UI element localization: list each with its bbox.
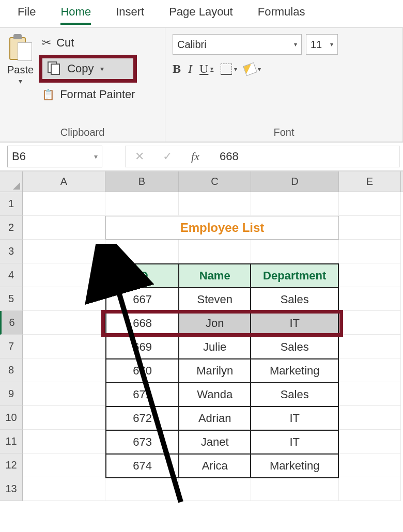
cell-E13[interactable]	[339, 477, 401, 501]
row-header-12[interactable]: 12	[0, 453, 23, 477]
formula-input[interactable]: 668	[209, 150, 399, 163]
cell-D1[interactable]	[251, 192, 339, 216]
table-row[interactable]: 668JonIT	[106, 311, 338, 335]
cell-name[interactable]: Adrian	[179, 406, 251, 430]
header-dept[interactable]: Department	[251, 264, 338, 288]
cell-dept[interactable]: Marketing	[251, 454, 338, 478]
bold-button[interactable]: B	[173, 62, 181, 76]
tab-insert[interactable]: Insert	[116, 5, 144, 23]
row-header-2[interactable]: 2	[0, 216, 23, 240]
cell-dept[interactable]: Sales	[251, 335, 338, 359]
cell-A2[interactable]	[23, 216, 105, 240]
cell-id[interactable]: 674	[106, 454, 179, 478]
table-row[interactable]: 667StevenSales	[106, 288, 338, 311]
row-header-7[interactable]: 7	[0, 335, 23, 358]
cell-E2[interactable]	[339, 216, 401, 240]
row-header-6[interactable]: 6	[0, 311, 23, 335]
cell-dept[interactable]: IT	[251, 406, 338, 430]
cell-A11[interactable]	[23, 430, 105, 453]
table-row[interactable]: 674AricaMarketing	[106, 454, 338, 478]
cell-A13[interactable]	[23, 477, 105, 501]
cell-E4[interactable]	[339, 263, 401, 287]
row-header-13[interactable]: 13	[0, 477, 23, 501]
cell-A1[interactable]	[23, 192, 105, 216]
cell-E6[interactable]	[339, 311, 401, 335]
format-painter-button[interactable]: 📋 Format Painter	[39, 86, 138, 103]
row-header-4[interactable]: 4	[0, 263, 23, 287]
select-all-corner[interactable]	[0, 171, 23, 192]
cell-E3[interactable]	[339, 240, 401, 263]
chevron-down-icon[interactable]: ▾	[19, 77, 22, 85]
cell-id[interactable]: 672	[106, 406, 179, 430]
row-header-8[interactable]: 8	[0, 358, 23, 382]
cell-A8[interactable]	[23, 358, 105, 382]
tab-file[interactable]: File	[18, 5, 36, 23]
row-header-3[interactable]: 3	[0, 240, 23, 263]
font-name-combo[interactable]: Calibri ▾	[173, 34, 302, 55]
cell-dept[interactable]: Marketing	[251, 359, 338, 383]
cell-A4[interactable]	[23, 263, 105, 287]
header-name[interactable]: Name	[179, 264, 251, 288]
table-row[interactable]: 671WandaSales	[106, 383, 338, 406]
row-header-1[interactable]: 1	[0, 192, 23, 216]
tab-pagelayout[interactable]: Page Layout	[169, 5, 233, 23]
table-title[interactable]: Employee List	[105, 216, 339, 240]
cell-id[interactable]: 669	[106, 335, 179, 359]
cell-E10[interactable]	[339, 406, 401, 430]
cell-B3[interactable]	[105, 240, 179, 263]
cell-name[interactable]: Arica	[179, 454, 251, 478]
row-header-9[interactable]: 9	[0, 382, 23, 406]
cell-A5[interactable]	[23, 287, 105, 311]
cell-name[interactable]: Wanda	[179, 383, 251, 406]
tab-home[interactable]: Home	[60, 5, 91, 25]
cell-B1[interactable]	[105, 192, 179, 216]
fill-color-button[interactable]: ▾	[244, 64, 261, 74]
cell-E5[interactable]	[339, 287, 401, 311]
col-header-A[interactable]: A	[23, 171, 105, 192]
cell-C1[interactable]	[179, 192, 251, 216]
table-row[interactable]: 672AdrianIT	[106, 406, 338, 430]
cell-id[interactable]: 673	[106, 430, 179, 454]
col-header-D[interactable]: D	[251, 171, 339, 192]
cell-A7[interactable]	[23, 335, 105, 358]
chevron-down-icon[interactable]: ▾	[100, 65, 104, 73]
cell-E1[interactable]	[339, 192, 401, 216]
cell-dept[interactable]: Sales	[251, 383, 338, 406]
cell-name[interactable]: Marilyn	[179, 359, 251, 383]
cancel-formula-button[interactable]: ✕	[126, 150, 153, 163]
table-row[interactable]: 673JanetIT	[106, 430, 338, 454]
cell-name[interactable]: Julie	[179, 335, 251, 359]
cell-name[interactable]: Jon	[179, 311, 251, 335]
paste-button[interactable]: Paste ▾	[7, 34, 34, 103]
row-header-10[interactable]: 10	[0, 406, 23, 430]
cell-E12[interactable]	[339, 453, 401, 477]
cell-dept[interactable]: IT	[251, 430, 338, 454]
borders-button[interactable]: ▾	[221, 64, 237, 75]
cell-E11[interactable]	[339, 430, 401, 453]
enter-formula-button[interactable]: ✓	[153, 150, 181, 163]
cell-A10[interactable]	[23, 406, 105, 430]
cell-id[interactable]: 667	[106, 288, 179, 311]
cell-D3[interactable]	[251, 240, 339, 263]
tab-formulas[interactable]: Formulas	[258, 5, 305, 23]
cell-id[interactable]: 668	[106, 311, 179, 335]
name-box[interactable]: B6 ▾	[7, 146, 102, 167]
cell-D13[interactable]	[251, 477, 339, 501]
cell-dept[interactable]: IT	[251, 311, 338, 335]
cut-button[interactable]: ✂ Cut	[39, 34, 138, 52]
cell-id[interactable]: 670	[106, 359, 179, 383]
cell-A3[interactable]	[23, 240, 105, 263]
italic-button[interactable]: I	[188, 62, 192, 76]
col-header-B[interactable]: B	[105, 171, 179, 192]
table-row[interactable]: 670MarilynMarketing	[106, 359, 338, 383]
cell-id[interactable]: 671	[106, 383, 179, 406]
cell-E7[interactable]	[339, 335, 401, 358]
cell-A9[interactable]	[23, 382, 105, 406]
header-id[interactable]: ID	[106, 264, 179, 288]
cell-E8[interactable]	[339, 358, 401, 382]
copy-button[interactable]: Copy ▾	[39, 55, 137, 83]
cell-C13[interactable]	[179, 477, 251, 501]
row-header-5[interactable]: 5	[0, 287, 23, 311]
underline-button[interactable]: U ▾	[199, 62, 213, 76]
row-header-11[interactable]: 11	[0, 430, 23, 453]
